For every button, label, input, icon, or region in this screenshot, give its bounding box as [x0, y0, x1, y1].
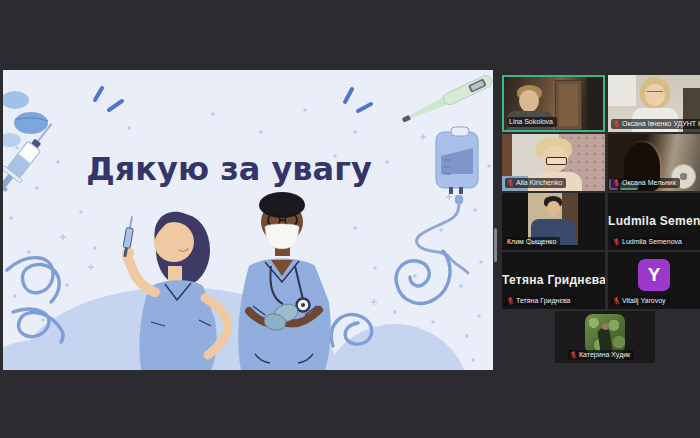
participant-name: Клим Сыщенко	[507, 238, 556, 246]
participant-tile-klim-syshchenko[interactable]: Клим Сыщенко	[502, 193, 605, 250]
participant-name-label: Vitalij Yarovoy	[611, 296, 670, 306]
participant-tile-ludmila-semenova[interactable]: Ludmila Semen... Ludmila Semenova	[608, 193, 700, 250]
muted-mic-icon	[570, 351, 577, 359]
slide-title: Дякую за увагу	[86, 150, 372, 188]
participant-name-label: Ludmila Semenova	[611, 237, 686, 247]
participant-name-label: Alla Kirichenko	[505, 178, 566, 188]
participant-name: Катерина Худик	[579, 351, 630, 359]
muted-mic-icon	[613, 179, 620, 187]
participant-tile-lina-sokolova[interactable]: Lina Sokolova	[502, 75, 605, 132]
participant-name: Vitalij Yarovoy	[622, 297, 666, 305]
participant-name-label: Оксана Івченко УДУНТ ННІ УД	[611, 119, 700, 129]
participant-name-label: Lina Sokolova	[507, 117, 557, 127]
participant-name: Тетяна Гриднєва	[516, 297, 571, 305]
avatar: Y	[638, 259, 670, 291]
avatar	[585, 314, 625, 354]
participant-name: Lina Sokolova	[509, 118, 553, 126]
participant-name: Alla Kirichenko	[516, 179, 562, 187]
participant-name: Оксана Мельник	[622, 179, 676, 187]
slide-illustration: Дякую за увагу	[3, 70, 493, 370]
participant-tile-kateryna-khudyk[interactable]: Катерина Худик	[555, 311, 655, 363]
participant-tile-oksana-ivchenko[interactable]: Оксана Івченко УДУНТ ННІ УД	[608, 75, 700, 132]
muted-mic-icon	[507, 179, 514, 187]
participant-tile-tetiana-hrydnieva[interactable]: Тетяна Гриднєва Тетяна Гриднєва	[502, 252, 605, 309]
participant-display-name: Ludmila Semen...	[608, 214, 700, 228]
participant-name: Оксана Івченко УДУНТ ННІ УД	[622, 120, 700, 128]
participant-name: Ludmila Semenova	[622, 238, 682, 246]
muted-mic-icon	[613, 297, 620, 305]
meeting-window: Дякую за увагу Lina Sokolova Оксана Івче…	[0, 0, 700, 438]
participant-tile-vitalij-yarovoy[interactable]: Y Vitalij Yarovoy	[608, 252, 700, 309]
shared-screen-slide: Дякую за увагу	[3, 70, 493, 370]
participant-name-label: Оксана Мельник	[611, 178, 680, 188]
participant-tile-alla-kirichenko[interactable]: Alla Kirichenko	[502, 134, 605, 191]
participant-tile-oksana-melnyk[interactable]: Оксана Мельник	[608, 134, 700, 191]
muted-mic-icon	[613, 120, 620, 128]
muted-mic-icon	[507, 297, 514, 305]
participant-display-name: Тетяна Гриднєва	[502, 273, 605, 287]
muted-mic-icon	[613, 238, 620, 246]
participant-name-label: Катерина Худик	[568, 350, 634, 360]
participant-name-label: Тетяна Гриднєва	[505, 296, 575, 306]
participants-panel-scrollbar[interactable]	[494, 228, 497, 262]
participant-name-label: Клим Сыщенко	[505, 237, 560, 247]
